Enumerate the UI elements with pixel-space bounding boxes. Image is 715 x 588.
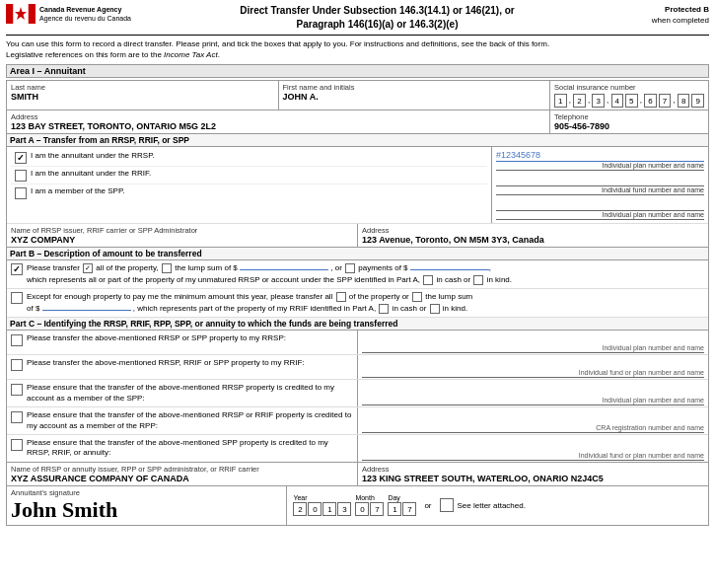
checkbox-cash1[interactable]	[423, 275, 433, 285]
year-box-2: 0	[308, 502, 322, 516]
pb2-cash: in cash or	[393, 304, 427, 313]
sin-box-sep5: ,	[673, 94, 676, 108]
pb2-amount-input[interactable]	[42, 310, 131, 311]
pb2-text1: Except for enough property to pay me the…	[27, 292, 332, 301]
pb2-lump: the lump sum	[425, 292, 472, 301]
pb-or: , or	[330, 263, 342, 272]
or-text: or	[424, 501, 431, 510]
address-cell: Address 123 BAY STREET, TORONTO, ONTARIO…	[7, 110, 550, 133]
checkbox-kind2[interactable]	[430, 304, 440, 314]
day-box-2: 7	[402, 502, 416, 516]
first-name-cell: First name and initials JOHN A.	[279, 81, 551, 110]
carrier-address-cell: Address 123 KING STREET SOUTH, WATERLOO,…	[358, 463, 708, 485]
signature-value: John Smith	[11, 497, 282, 523]
pb-comma: ,	[489, 263, 491, 272]
pb-payments: payments of $	[358, 263, 407, 272]
checkbox-c3[interactable]	[11, 384, 23, 396]
checkbox-all-property[interactable]	[83, 263, 93, 273]
pb-all: all of the property,	[96, 263, 158, 272]
pb-text1: Please transfer	[27, 263, 80, 272]
pb2-which: , which represents part of the property …	[133, 304, 376, 313]
pb-lump: the lump sum of $	[175, 263, 238, 272]
sin-box-4: 4	[611, 94, 624, 108]
form-title: Direct Transfer Under Subsection 146.3(1…	[134, 4, 620, 32]
sin-box-sep1: ,	[569, 94, 572, 108]
checkbox-partb-row1[interactable]	[11, 263, 23, 275]
svg-rect-1	[29, 4, 36, 24]
carrier-row: Name of RRSP or annuity issuer, RPP or S…	[7, 462, 708, 486]
year-box-4: 3	[337, 502, 351, 516]
part-b-row1: Please transfer all of the property, the…	[7, 260, 708, 289]
pb-payments-input[interactable]	[410, 269, 489, 270]
issuer-address-cell: Address 123 Avenue, Toronto, ON M5M 3Y3,…	[358, 224, 708, 247]
rrsp-plan-value: #12345678	[496, 150, 704, 162]
area1-title: Area I – Annuitant	[6, 64, 709, 78]
part-c-row2: Please transfer the above-mentioned RRSP…	[7, 355, 708, 380]
checkbox-c1[interactable]	[11, 334, 23, 346]
part-b-row2: Except for enough property to pay me the…	[7, 289, 708, 318]
checkbox-partb-row2[interactable]	[11, 292, 23, 304]
checkbox-spp[interactable]	[15, 187, 27, 199]
sin-box-3: 3	[592, 94, 605, 108]
part-b-title: Part B – Description of amount to be tra…	[7, 248, 708, 260]
protected-label: Protected B when completed	[620, 4, 709, 26]
checkbox-all-prop2[interactable]	[336, 292, 346, 302]
carrier-cell: Name of RRSP or annuity issuer, RPP or S…	[7, 463, 358, 485]
sin-cell: Social insurance number 1 , 2 , 3 , 4 5 …	[550, 81, 708, 110]
issuer-cell: Name of RRSP issuer, RRIF carrier or SPP…	[7, 224, 358, 247]
canada-flag-icon	[6, 4, 36, 24]
header-logo: Canada Revenue Agency Agence du revenu d…	[6, 4, 134, 24]
part-a-checkboxes: I am the annuitant under the RRSP. I am …	[7, 147, 491, 223]
checkbox-lump[interactable]	[162, 263, 172, 273]
checkbox-lump2[interactable]	[412, 292, 422, 302]
checkbox-c5[interactable]	[11, 439, 23, 451]
checkbox-payments[interactable]	[345, 263, 355, 273]
svg-rect-0	[6, 4, 14, 24]
sin-grid: 1 , 2 , 3 , 4 5 , 6 7 , 8 9	[554, 94, 704, 108]
sin-box-9: 9	[691, 94, 704, 108]
letter-attached-box[interactable]	[440, 498, 454, 512]
sin-box-1: 1	[554, 94, 567, 108]
sin-box-8: 8	[678, 94, 690, 108]
sin-box-5: 5	[625, 94, 638, 108]
part-c-row4: Please ensure that the transfer of the a…	[7, 407, 708, 435]
checkbox-cash2[interactable]	[379, 304, 389, 314]
signature-cell: Annuitant's signature John Smith	[7, 486, 287, 525]
pb-lump-input[interactable]	[240, 269, 328, 270]
sin-box-sep3: ,	[607, 94, 609, 108]
pb2-property: of the property or	[349, 292, 409, 301]
intro-text: You can use this form to record a direct…	[6, 38, 709, 60]
year-box-3: 1	[322, 502, 336, 516]
part-c-row5: Please ensure that the transfer of the a…	[7, 435, 708, 462]
pb2-kind: in kind.	[443, 304, 467, 313]
checkbox-c2[interactable]	[11, 359, 23, 371]
checkbox-rrif[interactable]	[15, 170, 27, 182]
pb-kind1: in kind.	[487, 275, 512, 284]
day-box-1: 1	[388, 502, 401, 516]
month-box-2: 7	[370, 502, 384, 516]
agency-name: Canada Revenue Agency Agence du revenu d…	[39, 5, 131, 23]
sin-box-2: 2	[573, 94, 586, 108]
see-letter-label: See letter attached.	[458, 501, 526, 510]
sin-box-6: 6	[644, 94, 657, 108]
part-c-row3: Please ensure that the transfer of the a…	[7, 380, 708, 407]
last-name-cell: Last name SMITH	[7, 81, 279, 110]
signature-row: Annuitant's signature John Smith Year 2 …	[7, 486, 708, 525]
part-a-fields: #12345678 Individual plan number and nam…	[491, 147, 708, 223]
month-box-1: 0	[355, 502, 369, 516]
telephone-cell: Telephone 905-456-7890	[550, 110, 708, 133]
pb-cash1: in cash or	[437, 275, 471, 284]
part-a-title: Part A – Transfer from an RRSP, RRIF, or…	[7, 134, 708, 147]
sin-box-sep2: ,	[588, 94, 591, 108]
date-cell: Year 2 0 1 3 Month 0 7 Day	[287, 492, 708, 518]
checkbox-kind1[interactable]	[473, 275, 483, 285]
part-c-title: Part C – Identifying the RRSP, RRIF, RPP…	[7, 318, 708, 331]
part-c-row1: Please transfer the above-mentioned RRSP…	[7, 331, 708, 355]
checkbox-c4[interactable]	[11, 411, 23, 423]
sin-box-sep4: ,	[640, 94, 643, 108]
pb2-of: of $	[27, 304, 39, 313]
pb-which: which represents all or part of the prop…	[27, 275, 420, 284]
year-box-1: 2	[293, 502, 307, 516]
checkbox-rrsp[interactable]	[15, 152, 27, 164]
sin-box-7: 7	[659, 94, 672, 108]
